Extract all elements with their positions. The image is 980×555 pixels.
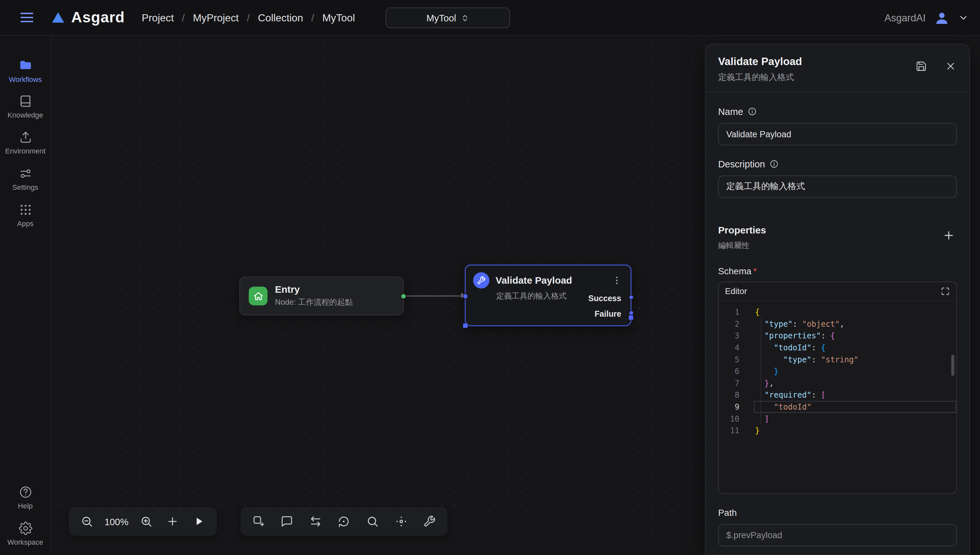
code-line[interactable]: "todoId": { — [754, 342, 956, 354]
node-entry[interactable]: Entry Node: 工作流程的起點 — [240, 276, 404, 315]
help-circle-icon — [18, 485, 32, 499]
close-icon[interactable] — [943, 59, 958, 74]
zoom-level: 100% — [105, 516, 128, 527]
description-field-label: Description — [718, 159, 957, 169]
code-line[interactable]: "type": "object", — [754, 318, 956, 330]
user-avatar-icon[interactable] — [934, 10, 950, 26]
entry-node-icon — [249, 287, 268, 305]
grid-dots-icon — [18, 203, 32, 216]
node-title: Validate Payload — [496, 275, 572, 286]
tools-button[interactable] — [421, 513, 438, 530]
panel-body: Name Description Properties 編輯屬性 — [705, 92, 969, 555]
path-input[interactable] — [718, 524, 957, 546]
code-editor-area[interactable]: 1234567891011 { "type": "object", "prope… — [719, 301, 956, 494]
code-line[interactable]: "required": [ — [754, 389, 956, 401]
info-icon[interactable] — [769, 159, 779, 169]
left-sidebar: Workflows Knowledge Environment Settings… — [0, 35, 51, 555]
info-icon[interactable] — [748, 107, 757, 116]
node-subtitle: 定義工具的輸入格式 — [496, 291, 566, 302]
node-inspector-panel: Validate Payload 定義工具的輸入格式 Name — [705, 44, 970, 555]
breadcrumb-myproject[interactable]: MyProject — [193, 12, 238, 24]
add-node-button[interactable] — [250, 513, 267, 530]
tool-select-value: MyTool — [426, 13, 456, 23]
zoom-in-button[interactable] — [137, 513, 155, 530]
code-line[interactable]: ] — [754, 413, 956, 425]
sidebar-item-label: Help — [18, 502, 33, 509]
breadcrumb-project[interactable]: Project — [142, 12, 174, 24]
sidebar-item-settings[interactable]: Settings — [0, 160, 51, 197]
chevron-down-icon[interactable] — [958, 13, 969, 23]
editor-title: Editor — [725, 287, 747, 296]
schema-label-text: Schema — [718, 266, 751, 276]
sidebar-item-help[interactable]: Help — [0, 479, 51, 515]
kebab-menu-icon[interactable] — [611, 274, 623, 287]
code-line[interactable]: } — [754, 365, 956, 377]
app-header: Asgard Project / MyProject / Collection … — [0, 0, 980, 35]
comment-button[interactable] — [278, 513, 296, 530]
node-title: Entry — [275, 284, 353, 295]
validate-node-header: Validate Payload — [466, 266, 631, 289]
panel-header-actions — [913, 58, 958, 74]
sidebar-item-knowledge[interactable]: Knowledge — [0, 88, 51, 124]
breadcrumb: Project / MyProject / Collection / MyToo… — [142, 12, 355, 24]
failure-output-port[interactable] — [629, 310, 634, 315]
description-input[interactable] — [718, 175, 957, 198]
panel-header: Validate Payload 定義工具的輸入格式 — [705, 44, 969, 92]
auto-layout-button[interactable] — [335, 513, 353, 530]
breadcrumb-mytool[interactable]: MyTool — [322, 12, 355, 24]
sidebar-item-label: Workflows — [9, 75, 42, 83]
add-button[interactable] — [164, 513, 181, 530]
name-input[interactable] — [718, 123, 957, 145]
success-output-port[interactable] — [629, 295, 634, 300]
breadcrumb-collection[interactable]: Collection — [258, 12, 303, 24]
app-root: Asgard Project / MyProject / Collection … — [0, 0, 980, 555]
wrench-icon — [473, 272, 489, 289]
validate-input-port[interactable] — [462, 294, 468, 299]
schema-field-label: Schema* — [718, 266, 957, 276]
edge-entry-to-validate[interactable] — [404, 295, 465, 297]
name-label-text: Name — [718, 106, 743, 117]
code-line[interactable]: "properties": { — [754, 330, 956, 342]
sidebar-item-label: Knowledge — [8, 111, 43, 118]
output-label-failure: Failure — [595, 309, 621, 319]
properties-title: Properties — [718, 225, 766, 236]
selection-handle[interactable] — [463, 324, 468, 328]
upload-icon — [18, 130, 32, 144]
zoom-out-button[interactable] — [78, 513, 96, 530]
breadcrumb-separator: / — [311, 12, 314, 24]
app-logo[interactable]: Asgard — [51, 9, 125, 26]
description-label-text: Description — [718, 159, 765, 169]
sidebar-item-apps[interactable]: Apps — [0, 197, 51, 233]
chevrons-up-down-icon — [460, 13, 469, 22]
code-line[interactable]: }, — [754, 377, 956, 389]
code-line[interactable]: "type": "string" — [754, 354, 956, 366]
hamburger-icon — [19, 10, 35, 26]
code-line[interactable]: } — [754, 425, 956, 436]
logo-text: Asgard — [71, 9, 125, 26]
swap-connections-button[interactable] — [307, 513, 324, 530]
run-button[interactable] — [190, 513, 208, 530]
tool-select-dropdown[interactable]: MyTool — [386, 8, 510, 28]
code-line[interactable]: "todoId" — [754, 401, 956, 413]
node-validate-payload[interactable]: Validate Payload 定義工具的輸入格式 Success Failu… — [465, 265, 631, 326]
header-right-group: AsgardAI — [884, 0, 969, 35]
sidebar-bottom-group: Help Workspace — [0, 479, 51, 555]
zoom-toolbar: 100% — [69, 507, 217, 536]
fit-view-button[interactable] — [392, 513, 410, 530]
add-property-button[interactable] — [940, 227, 957, 244]
editor-header: Editor — [719, 282, 956, 301]
sidebar-item-workspace[interactable]: Workspace — [0, 515, 51, 552]
save-button[interactable] — [913, 58, 929, 74]
sidebar-item-environment[interactable]: Environment — [0, 124, 51, 160]
menu-button[interactable] — [19, 10, 35, 26]
editor-scrollbar-thumb[interactable] — [951, 354, 954, 376]
sidebar-item-workflows[interactable]: Workflows — [0, 52, 51, 88]
schema-editor: Editor 1234567891011 { "type": "object",… — [718, 282, 957, 494]
expand-fullscreen-icon[interactable] — [940, 287, 950, 296]
sliders-icon — [18, 167, 32, 180]
selection-handle[interactable] — [629, 315, 633, 320]
search-button[interactable] — [364, 513, 381, 530]
code-content[interactable]: { "type": "object", "properties": { "tod… — [748, 301, 956, 494]
entry-output-port[interactable] — [401, 294, 406, 299]
code-line[interactable]: { — [754, 306, 956, 318]
